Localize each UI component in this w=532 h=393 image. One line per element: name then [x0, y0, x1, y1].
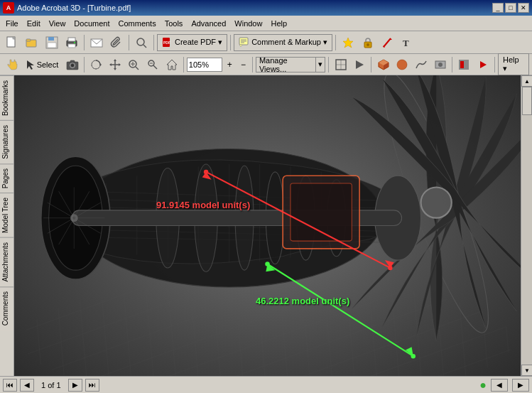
- render-button[interactable]: [455, 56, 473, 73]
- hand-tool-button[interactable]: [3, 56, 21, 73]
- app-icon: A: [3, 2, 14, 14]
- home-button[interactable]: [163, 56, 180, 73]
- camera-button[interactable]: [63, 56, 81, 73]
- attach-button[interactable]: [107, 34, 126, 51]
- save-button[interactable]: [43, 34, 61, 51]
- maximize-button[interactable]: □: [505, 3, 516, 13]
- tab-signatures[interactable]: Signatures: [0, 120, 14, 163]
- scroll-track[interactable]: [521, 87, 532, 365]
- close-button[interactable]: ✕: [518, 3, 529, 13]
- svg-marker-62: [480, 61, 487, 68]
- scroll-up-button[interactable]: ▲: [521, 75, 532, 87]
- manage-views-button[interactable]: Manage Views... ▾: [256, 57, 325, 72]
- toolbar-main: PDF Create PDF ▾ Comment & Markup ▾ T: [0, 31, 532, 54]
- help-button[interactable]: Help ▾: [498, 53, 529, 75]
- svg-point-23: [367, 43, 369, 46]
- svg-point-57: [397, 60, 407, 70]
- manage-views-arrow[interactable]: ▾: [315, 58, 325, 72]
- create-pdf-button[interactable]: PDF Create PDF ▾: [157, 34, 227, 51]
- 3d-settings-button[interactable]: [431, 56, 449, 73]
- first-page-button[interactable]: ⏮: [3, 379, 17, 392]
- scroll-thumb[interactable]: [522, 87, 532, 115]
- rotate-button[interactable]: [87, 56, 105, 73]
- star-button[interactable]: [339, 34, 357, 51]
- 3d-sphere-button[interactable]: [393, 56, 411, 73]
- svg-rect-9: [68, 44, 75, 48]
- last-page-button[interactable]: ⏭: [85, 379, 99, 392]
- page-indicator: 1 of 1: [37, 381, 65, 389]
- status-bar: ⏮ ◀ 1 of 1 ▶ ⏭ ● ◀ ▶: [0, 376, 532, 393]
- play-button[interactable]: [351, 56, 369, 73]
- tab-attachments[interactable]: Attachments: [0, 237, 14, 286]
- 3d-cube-button[interactable]: [374, 56, 392, 73]
- separator-3: [153, 35, 154, 50]
- scroll-down-button[interactable]: ▼: [521, 365, 532, 376]
- svg-rect-61: [460, 61, 464, 68]
- menu-document[interactable]: Document: [70, 18, 114, 29]
- text-button[interactable]: T: [398, 34, 417, 51]
- select-label: Select: [37, 60, 59, 69]
- svg-line-47: [153, 65, 157, 69]
- status-right-button[interactable]: ▶: [512, 379, 529, 392]
- svg-rect-8: [68, 38, 75, 41]
- select-button[interactable]: Select: [22, 58, 63, 72]
- tab-comments[interactable]: Comments: [0, 286, 14, 330]
- pen-button[interactable]: [379, 34, 397, 51]
- separator-4: [230, 35, 231, 50]
- email-button[interactable]: [87, 34, 106, 51]
- status-left-button[interactable]: ◀: [491, 379, 508, 392]
- svg-line-13: [143, 45, 146, 48]
- zoom-in-btn[interactable]: +: [224, 56, 236, 73]
- lock-button[interactable]: [359, 34, 377, 51]
- svg-rect-3: [26, 39, 31, 41]
- window-controls[interactable]: _ □ ✕: [492, 3, 529, 13]
- svg-point-102: [204, 170, 208, 174]
- 3d-surface-button[interactable]: [413, 56, 430, 73]
- play-animation-button[interactable]: [474, 56, 492, 73]
- menu-help[interactable]: Help: [266, 18, 291, 29]
- menu-advanced[interactable]: Advanced: [187, 18, 230, 29]
- svg-marker-17: [239, 45, 242, 47]
- open-button[interactable]: [23, 34, 41, 51]
- svg-marker-40: [109, 63, 112, 66]
- menu-tools[interactable]: Tools: [161, 18, 188, 29]
- zoom-out-btn[interactable]: −: [237, 56, 249, 73]
- svg-point-59: [438, 63, 443, 67]
- menu-window[interactable]: Window: [230, 18, 266, 29]
- svg-marker-28: [27, 60, 34, 70]
- svg-marker-39: [114, 68, 116, 70]
- minimize-button[interactable]: _: [492, 3, 504, 13]
- zoom-button[interactable]: [125, 56, 143, 73]
- fit-page-button[interactable]: [332, 56, 349, 73]
- left-panel-tabs: Bookmarks Signatures Pages Model Tree At…: [0, 75, 14, 376]
- tab-pages[interactable]: Pages: [0, 163, 14, 193]
- svg-point-31: [71, 64, 74, 67]
- vertical-scrollbar[interactable]: ▲ ▼: [521, 75, 532, 376]
- sep-3d-5: [371, 57, 371, 72]
- tab-bookmarks[interactable]: Bookmarks: [0, 75, 14, 120]
- svg-text:PDF: PDF: [163, 41, 170, 45]
- zoom-out-button[interactable]: [144, 56, 162, 73]
- zoom-input[interactable]: [187, 58, 222, 72]
- window-title: Adobe Acrobat 3D - [Turbine.pdf]: [17, 4, 131, 12]
- prev-page-button[interactable]: ◀: [20, 379, 34, 392]
- tab-model-tree[interactable]: Model Tree: [0, 193, 14, 237]
- menu-comments[interactable]: Comments: [114, 18, 161, 29]
- svg-point-12: [137, 38, 144, 45]
- menu-file[interactable]: File: [1, 18, 23, 29]
- pan-button[interactable]: [106, 56, 124, 73]
- svg-marker-21: [343, 38, 353, 48]
- menu-view[interactable]: View: [45, 18, 70, 29]
- sep-3d-6: [452, 57, 452, 72]
- print-button[interactable]: [63, 34, 81, 51]
- comment-markup-button[interactable]: Comment & Markup ▾: [234, 34, 332, 51]
- svg-rect-5: [48, 37, 54, 41]
- svg-rect-10: [74, 42, 75, 43]
- menu-edit[interactable]: Edit: [23, 18, 45, 29]
- canvas-area[interactable]: 91.9145 model unit(s) 46.2212 model unit…: [14, 75, 521, 376]
- search-button[interactable]: [132, 34, 151, 51]
- sep-3d-2: [183, 57, 184, 72]
- new-button[interactable]: [3, 34, 21, 51]
- next-page-button[interactable]: ▶: [68, 379, 82, 392]
- manage-views-label: Manage Views...: [256, 56, 315, 73]
